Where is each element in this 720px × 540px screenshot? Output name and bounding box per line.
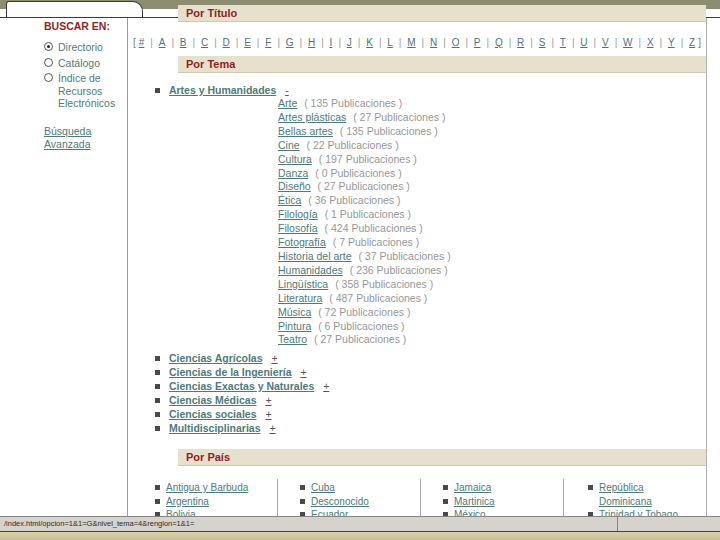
frame-divider[interactable]: [617, 517, 618, 531]
subtopic-count: ( 358 Publicaciones ): [335, 278, 433, 290]
radio-button-icon[interactable]: [44, 42, 53, 51]
country-link[interactable]: Bolivia: [166, 509, 195, 516]
country-link[interactable]: Cuba: [311, 482, 335, 493]
alphabet-letter-link[interactable]: K: [366, 37, 373, 48]
alphabet-letter-link[interactable]: U: [580, 37, 587, 48]
country-row: Ecuador: [300, 508, 438, 516]
country-link[interactable]: Martinica: [454, 496, 495, 507]
theme-category-link[interactable]: Ciencias Médicas: [169, 394, 257, 406]
country-link[interactable]: Ecuador: [311, 509, 348, 516]
bullet-icon: [300, 499, 305, 504]
alphabet-letter-link[interactable]: B: [180, 37, 187, 48]
alphabet-letter-link[interactable]: Q: [495, 37, 503, 48]
theme-category-link[interactable]: Multidisciplinarias: [169, 422, 261, 434]
theme-category-link[interactable]: Ciencias sociales: [169, 408, 257, 420]
alphabet-letter-link[interactable]: I: [330, 37, 333, 48]
subtopic-link[interactable]: Pintura: [278, 320, 311, 332]
theme-category-link[interactable]: Ciencias Agrícolas: [169, 352, 263, 364]
alphabet-letter-link[interactable]: E: [244, 37, 251, 48]
subtopic-link[interactable]: Bellas artes: [278, 125, 333, 137]
collapse-toggle[interactable]: -: [285, 84, 289, 96]
advanced-search-link[interactable]: Búsqueda Avanzada: [44, 125, 110, 151]
subtopic-link[interactable]: Literatura: [278, 292, 322, 304]
expand-toggle[interactable]: +: [300, 366, 306, 378]
alphabet-letter-link[interactable]: A: [159, 37, 166, 48]
theme-subtopic-list: Arte ( 135 Publicaciones ) Artes plástic…: [278, 97, 451, 347]
alphabet-item: Q |: [495, 37, 511, 48]
subtopic-link[interactable]: Danza: [278, 167, 308, 179]
country-link[interactable]: Desconocido: [311, 496, 369, 507]
subtopic-link[interactable]: Fotografía: [278, 236, 326, 248]
alphabet-letter-link[interactable]: Z: [689, 37, 695, 48]
search-scope-option[interactable]: Índice de Recursos Electrónicos: [44, 72, 120, 110]
alphabet-letter-link[interactable]: L: [387, 37, 393, 48]
alphabet-letter-link[interactable]: R: [517, 37, 524, 48]
subtopic-link[interactable]: Humanidades: [278, 264, 343, 276]
subtopic-row: Artes plásticas ( 27 Publicaciones ): [278, 111, 451, 125]
alphabet-letter-link[interactable]: X: [647, 37, 654, 48]
subtopic-link[interactable]: Diseño: [278, 180, 311, 192]
alphabet-letter-link[interactable]: C: [201, 37, 208, 48]
subtopic-link[interactable]: Teatro: [278, 333, 307, 345]
option-label[interactable]: Índice de Recursos Electrónicos: [58, 72, 120, 110]
expand-toggle[interactable]: +: [265, 394, 271, 406]
subtopic-link[interactable]: Lingüística: [278, 278, 328, 290]
subtopic-link[interactable]: Cine: [278, 139, 300, 151]
country-link[interactable]: Jamaica: [454, 482, 491, 493]
subtopic-count: ( 22 Publicaciones ): [307, 139, 399, 151]
country-link[interactable]: Trinidad y Tobago: [599, 509, 678, 516]
alphabet-letter-link[interactable]: Y: [668, 37, 675, 48]
subtopic-count: ( 6 Publicaciones ): [318, 320, 404, 332]
theme-category-link[interactable]: Ciencias Exactas y Naturales: [169, 380, 314, 392]
by-title-label: Por Título: [186, 7, 237, 19]
separator: |: [509, 37, 512, 48]
option-label[interactable]: Catálogo: [58, 57, 100, 70]
search-scope-option[interactable]: Catálogo: [44, 57, 120, 70]
subtopic-link[interactable]: Historia del arte: [278, 250, 352, 262]
radio-button-icon[interactable]: [44, 73, 53, 82]
country-link[interactable]: República Dominicana: [599, 482, 652, 507]
country-link[interactable]: México: [454, 509, 486, 516]
alphabet-letter-link[interactable]: J: [347, 37, 352, 48]
alphabet-letter-link[interactable]: F: [265, 37, 271, 48]
expand-toggle[interactable]: +: [323, 380, 329, 392]
subtopic-link[interactable]: Música: [278, 306, 311, 318]
alphabet-letter-link[interactable]: H: [308, 37, 315, 48]
expand-toggle[interactable]: +: [271, 352, 277, 364]
subtopic-link[interactable]: Cultura: [278, 153, 312, 165]
subtopic-link[interactable]: Filología: [278, 208, 318, 220]
alphabet-letter-link[interactable]: T: [560, 37, 566, 48]
theme-category-link[interactable]: Artes y Humanidades: [169, 84, 276, 96]
theme-category-link[interactable]: Ciencias de la Ingeniería: [169, 366, 292, 378]
alphabet-letter-link[interactable]: G: [286, 37, 294, 48]
alphabet-letter-link[interactable]: S: [539, 37, 546, 48]
search-scope-option[interactable]: Directorio: [44, 41, 120, 54]
subtopic-link[interactable]: Artes plásticas: [278, 111, 346, 123]
subtopic-link[interactable]: Ética: [278, 194, 301, 206]
alphabet-letter-link[interactable]: M: [407, 37, 415, 48]
subtopic-link[interactable]: Arte: [278, 97, 297, 109]
subtopic-count: ( 424 Publicaciones ): [325, 222, 423, 234]
radio-button-icon[interactable]: [44, 58, 53, 67]
alphabet-letter-link[interactable]: W: [623, 37, 632, 48]
subtopic-link[interactable]: Filosofía: [278, 222, 318, 234]
subtopic-row: Diseño ( 27 Publicaciones ): [278, 180, 451, 194]
subtopic-count: ( 37 Publicaciones ): [358, 250, 450, 262]
alphabet-letter-link[interactable]: N: [430, 37, 437, 48]
alphabet-letter-link[interactable]: O: [452, 37, 460, 48]
theme-category-row: Ciencias Médicas +: [155, 393, 329, 407]
browser-tab[interactable]: [6, 1, 143, 17]
expand-toggle[interactable]: +: [265, 408, 271, 420]
country-link[interactable]: Antigua y Barbuda: [166, 482, 248, 493]
alphabet-letter-link[interactable]: V: [602, 37, 609, 48]
option-label[interactable]: Directorio: [58, 41, 103, 54]
bullet-icon: [155, 356, 160, 361]
alphabet-letter-link[interactable]: #: [139, 37, 145, 48]
alphabet-letter-link[interactable]: P: [474, 37, 481, 48]
alphabet-letter-link[interactable]: D: [223, 37, 230, 48]
alphabet-item: C |: [201, 37, 217, 48]
alphabet-item: S |: [539, 37, 554, 48]
status-bar: /index.html/opcion=1&1=G&nivel_tema=4&re…: [0, 516, 720, 531]
country-link[interactable]: Argentina: [166, 496, 209, 507]
expand-toggle[interactable]: +: [269, 422, 275, 434]
